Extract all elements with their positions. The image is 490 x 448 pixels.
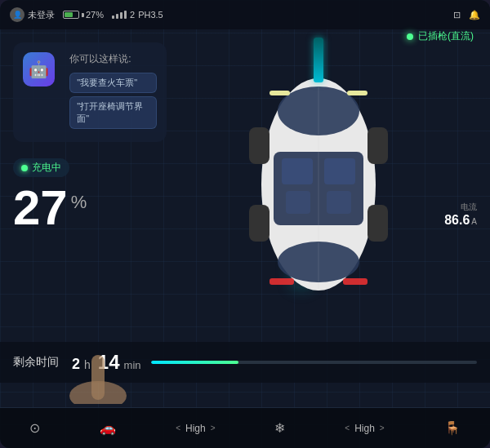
car-top-view — [237, 54, 400, 318]
battery-status: 27% — [63, 10, 104, 20]
home-icon: ⊙ — [29, 420, 40, 436]
bottom-seat[interactable]: 🪑 — [438, 417, 467, 439]
current-unit: A — [471, 217, 477, 226]
hand-overlay — [65, 339, 147, 407]
charging-percent-display: 27 % — [13, 184, 167, 233]
svg-rect-13 — [270, 278, 294, 285]
bottom-fan-right-control[interactable]: < High > — [338, 419, 390, 437]
signal-dot-3 — [120, 12, 122, 19]
current-readout: 电流 86.6 A — [444, 202, 477, 228]
bell-icon-glyph: 🔔 — [469, 10, 480, 20]
plug-indicator: 已插枪(直流) — [407, 29, 474, 43]
svg-rect-18 — [91, 355, 105, 400]
chevron-left-icon: < — [176, 424, 180, 432]
charging-section: 充电中 27 % — [13, 158, 167, 233]
window-icon: ⊡ — [453, 10, 461, 20]
svg-rect-11 — [368, 205, 388, 242]
bottom-fan-center[interactable]: ❄ — [268, 417, 292, 439]
svg-rect-5 — [324, 158, 355, 184]
user-status: 👤 未登录 — [10, 7, 55, 22]
network-type: PH3.5 — [138, 10, 163, 20]
fan-left-label: High — [185, 423, 206, 434]
car-icon: 🚗 — [100, 420, 116, 436]
svg-rect-16 — [347, 91, 368, 95]
bell-icon[interactable]: 🔔 — [469, 10, 480, 20]
signal-status: 2 PH3.5 — [112, 10, 163, 20]
chevron-left-2-icon: < — [345, 424, 350, 432]
plug-label: 已插枪(直流) — [418, 29, 474, 43]
chevron-right-2-icon: > — [380, 424, 385, 432]
user-icon: 👤 — [10, 7, 24, 22]
status-bar: 👤 未登录 27% 2 PH3.5 ⊡ 🔔 — [0, 0, 490, 29]
svg-rect-8 — [249, 127, 270, 164]
charging-cable — [314, 38, 323, 82]
bottom-car[interactable]: 🚗 — [93, 417, 122, 439]
charging-badge: 充电中 — [13, 158, 69, 177]
svg-rect-14 — [343, 278, 368, 285]
svg-rect-6 — [286, 191, 310, 214]
battery-fill — [65, 12, 73, 17]
voice-bubble: 🤖 你可以这样说: "我要查火车票" "打开座椅调节界面" — [13, 42, 167, 142]
svg-rect-9 — [249, 205, 270, 242]
voice-command-1[interactable]: "我要查火车票" — [69, 73, 157, 93]
signal-dots — [112, 11, 127, 19]
seat-icon: 🪑 — [444, 420, 461, 436]
chevron-right-icon: > — [211, 424, 216, 432]
bottom-fan-left-control[interactable]: < High > — [169, 419, 221, 437]
voice-command-2[interactable]: "打开座椅调节界面" — [69, 96, 157, 129]
svg-rect-4 — [282, 158, 313, 184]
percent-sign: % — [71, 193, 87, 211]
progress-bar-container — [151, 361, 477, 364]
signal-label: 2 — [130, 10, 135, 20]
remaining-label: 剩余时间 — [13, 355, 59, 370]
user-label: 未登录 — [28, 9, 55, 21]
charging-indicator-dot — [21, 165, 28, 171]
signal-dot-1 — [112, 16, 114, 19]
fan-icon: ❄ — [274, 420, 285, 436]
voice-assistant-icon: 🤖 — [23, 52, 55, 86]
charging-percent-value: 27 — [13, 184, 68, 233]
plug-dot — [407, 33, 413, 40]
bottom-bar: ⊙ 🚗 < High > ❄ < High > 🪑 — [0, 407, 490, 448]
progress-bar-fill — [151, 361, 239, 364]
signal-dot-4 — [124, 11, 127, 19]
battery-tip — [82, 13, 84, 17]
voice-prompt: 你可以这样说: — [69, 52, 157, 66]
fan-right-label: High — [354, 423, 375, 434]
bottom-home[interactable]: ⊙ — [23, 417, 47, 439]
main-screen: 👤 未登录 27% 2 PH3.5 ⊡ 🔔 — [0, 0, 490, 448]
battery-outline — [63, 11, 79, 19]
car-area: 电流 86.6 A — [147, 29, 490, 342]
signal-dot-2 — [116, 14, 118, 19]
battery-percent: 27% — [86, 10, 104, 20]
charging-status-label: 充电中 — [32, 161, 61, 175]
current-label: 电流 — [444, 202, 477, 213]
svg-rect-15 — [270, 91, 290, 95]
svg-rect-7 — [327, 191, 351, 214]
current-value: 86.6 — [444, 213, 470, 228]
window-icon-glyph: ⊡ — [453, 10, 461, 20]
svg-rect-10 — [368, 127, 388, 164]
voice-commands: 你可以这样说: "我要查火车票" "打开座椅调节界面" — [69, 52, 157, 132]
